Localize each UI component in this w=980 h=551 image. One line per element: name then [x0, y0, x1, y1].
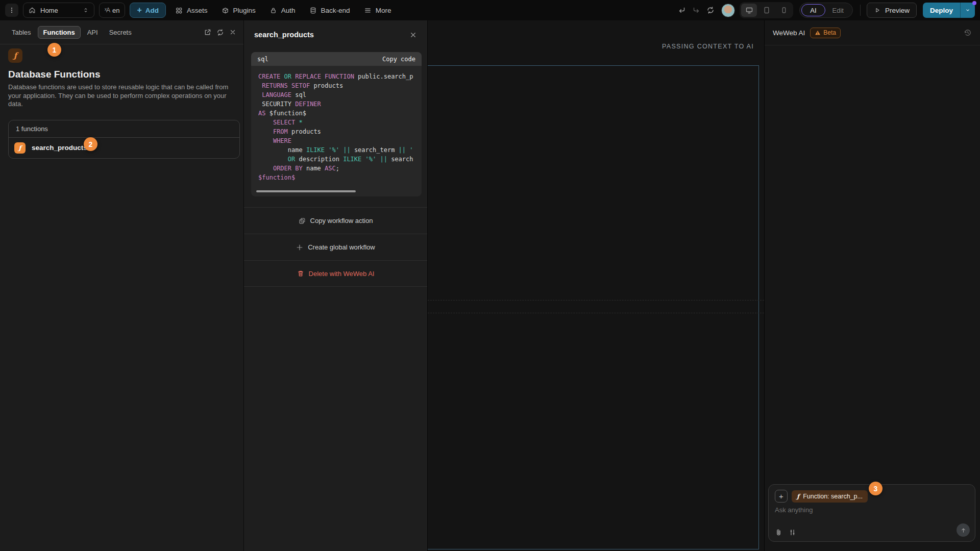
database-panel-tabs: Tables Functions API Secrets [0, 20, 243, 44]
language-label: en [112, 7, 119, 14]
play-icon [874, 7, 881, 14]
assets-label: Assets [187, 7, 208, 14]
create-workflow-label: Create global workflow [308, 243, 375, 251]
nav-assets[interactable]: Assets [170, 3, 212, 18]
plugins-label: Plugins [233, 7, 256, 14]
function-name: search_products [32, 144, 87, 152]
tab-secrets[interactable]: Secrets [105, 26, 136, 39]
selected-element-outline[interactable] [428, 65, 759, 549]
tab-tables[interactable]: Tables [7, 26, 36, 39]
nav-auth[interactable]: Auth [265, 3, 300, 18]
function-context-chip[interactable]: ƒ Function: search_p... [792, 490, 868, 503]
functions-list: 1 functions ƒ search_products [8, 120, 240, 159]
close-detail-button[interactable] [409, 31, 417, 39]
preview-label: Preview [885, 7, 910, 14]
page-selector[interactable]: Home [23, 3, 94, 18]
tab-api[interactable]: API [83, 26, 103, 39]
mode-toggle: AI Edit [799, 3, 853, 18]
translate-icon: ˣA [105, 7, 110, 14]
database-panel: Tables Functions API Secrets ƒ Database … [0, 20, 244, 551]
undo-icon [678, 6, 686, 14]
ai-prompt-input[interactable] [775, 506, 928, 517]
attach-file-button[interactable] [775, 529, 782, 536]
mode-edit-button[interactable]: Edit [825, 7, 851, 14]
copy-workflow-action-button[interactable]: Copy workflow action [244, 207, 427, 234]
backend-label: Back-end [321, 7, 350, 14]
deploy-notification-dot [972, 1, 976, 5]
sql-code-block: sql Copy code CREATE OR REPLACE FUNCTION… [251, 52, 422, 196]
code-language-label: sql [257, 56, 268, 63]
close-panel-button[interactable] [229, 29, 236, 36]
kebab-menu-icon [11, 8, 12, 13]
device-phone-button[interactable] [776, 4, 792, 17]
device-tablet-button[interactable] [758, 4, 774, 17]
deploy-dropdown-button[interactable] [960, 3, 975, 18]
nav-more[interactable]: More [359, 3, 396, 18]
phone-icon [780, 6, 788, 14]
page-title: Database Functions [8, 69, 235, 80]
assets-icon [175, 7, 183, 14]
horizontal-scrollbar[interactable] [256, 190, 356, 192]
function-icon: ƒ [797, 493, 799, 500]
deploy-button[interactable]: Deploy [923, 3, 975, 18]
sync-icon [706, 6, 715, 14]
device-desktop-button[interactable] [741, 4, 757, 17]
functions-section-icon: ƒ [8, 48, 22, 63]
create-global-workflow-button[interactable]: Create global workflow [244, 234, 427, 260]
preview-button[interactable]: Preview [867, 3, 917, 18]
send-button[interactable] [957, 523, 970, 537]
device-toggle-group [740, 2, 793, 18]
voice-settings-button[interactable] [789, 529, 796, 536]
paperclip-icon [775, 529, 782, 536]
weweb-ai-panel: WeWeb AI Beta + ƒ Function: search_p... [764, 20, 980, 551]
chevron-down-icon [965, 7, 971, 13]
step-badge-2: 2 [84, 137, 97, 151]
warning-triangle-icon [815, 30, 821, 36]
refresh-button[interactable] [216, 29, 224, 36]
database-icon [309, 7, 317, 14]
element-guide-line [428, 300, 764, 300]
add-context-button[interactable]: + [775, 490, 788, 503]
nav-plugins[interactable]: Plugins [217, 3, 260, 18]
history-button[interactable] [964, 29, 972, 37]
passing-context-label: PASSING CONTEXT TO AI [662, 43, 754, 50]
section-description: Database functions are used to store reu… [8, 83, 233, 109]
function-icon: ƒ [14, 142, 26, 154]
ai-panel-title: WeWeb AI [773, 29, 805, 37]
copy-code-button[interactable]: Copy code [382, 56, 415, 63]
nav-backend[interactable]: Back-end [305, 3, 355, 18]
redo-button[interactable] [689, 3, 703, 17]
close-icon [229, 29, 236, 36]
sync-button[interactable] [703, 3, 718, 17]
step-badge-1: 1 [47, 43, 61, 57]
topbar: Home ˣA en + Add Assets Plugins Auth [0, 0, 980, 20]
tab-functions[interactable]: Functions [38, 26, 81, 39]
mode-ai-button[interactable]: AI [801, 4, 825, 16]
function-detail-title: search_products [254, 31, 314, 39]
copy-icon [299, 217, 306, 224]
user-avatar[interactable] [721, 4, 735, 17]
editor-canvas[interactable]: PASSING CONTEXT TO AI [428, 20, 764, 551]
function-detail-panel: search_products sql Copy code CREATE OR … [244, 20, 428, 551]
external-link-icon [204, 29, 211, 36]
add-button[interactable]: + Add [130, 3, 166, 18]
plus-icon [296, 244, 303, 251]
context-chip-label: Function: search_p... [803, 493, 863, 500]
add-label: Add [145, 7, 159, 14]
step-badge-3: 3 [869, 482, 883, 495]
history-icon [964, 29, 972, 37]
more-label: More [376, 7, 391, 14]
open-external-button[interactable] [204, 29, 211, 36]
delete-with-ai-button[interactable]: Delete with WeWeb AI [244, 260, 427, 287]
tablet-icon [763, 6, 771, 14]
main-menu-button[interactable] [5, 4, 18, 17]
function-list-item[interactable]: ƒ search_products [9, 138, 239, 158]
close-icon [409, 31, 417, 39]
undo-button[interactable] [675, 3, 689, 17]
redo-icon [692, 6, 700, 14]
beta-badge: Beta [810, 28, 841, 38]
page-selector-label: Home [40, 7, 78, 14]
deploy-label: Deploy [930, 7, 953, 14]
copy-workflow-label: Copy workflow action [310, 217, 373, 224]
language-selector[interactable]: ˣA en [99, 3, 125, 18]
